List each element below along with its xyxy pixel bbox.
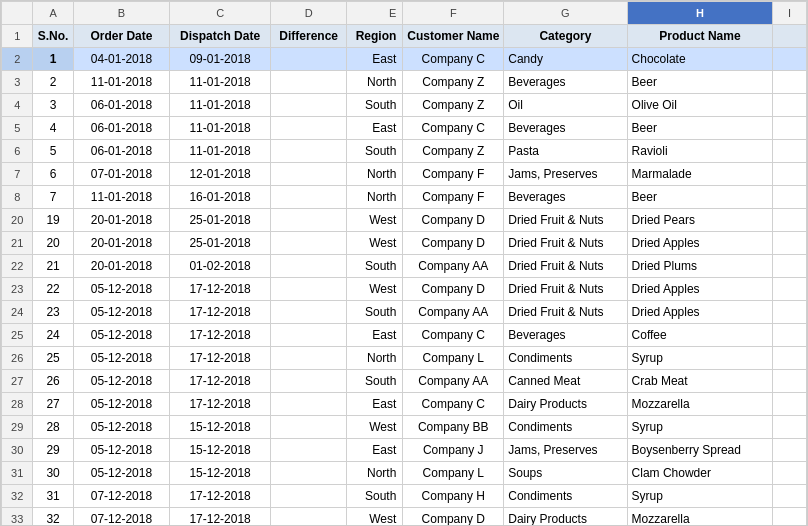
cell-order-date[interactable]: 04-01-2018 [73,48,169,71]
row-num[interactable]: 4 [2,94,33,117]
row-num[interactable]: 27 [2,370,33,393]
cell-dispatch-date[interactable]: 17-12-2018 [170,370,271,393]
cell-sno[interactable]: 20 [33,232,73,255]
row-num[interactable]: 8 [2,186,33,209]
cell-customer-name[interactable]: Company D [403,209,504,232]
col-header-c[interactable]: C [170,2,271,25]
table-row[interactable]: 232205-12-201817-12-2018WestCompany DDri… [2,278,807,301]
cell-difference[interactable] [271,301,347,324]
cell-difference[interactable] [271,209,347,232]
cell-difference[interactable] [271,324,347,347]
table-row[interactable]: 252405-12-201817-12-2018EastCompany CBev… [2,324,807,347]
table-row[interactable]: 222120-01-201801-02-2018SouthCompany AAD… [2,255,807,278]
cell-dispatch-date[interactable]: 11-01-2018 [170,94,271,117]
cell-region[interactable]: East [347,393,403,416]
cell-sno[interactable]: 29 [33,439,73,462]
cell-order-date[interactable]: 20-01-2018 [73,209,169,232]
cell-customer-name[interactable]: Company AA [403,255,504,278]
cell-region[interactable]: South [347,140,403,163]
cell-difference[interactable] [271,370,347,393]
cell-dispatch-date[interactable]: 25-01-2018 [170,232,271,255]
row-num[interactable]: 33 [2,508,33,527]
cell-order-date[interactable]: 06-01-2018 [73,140,169,163]
cell-region[interactable]: South [347,485,403,508]
cell-empty[interactable] [773,439,807,462]
cell-region[interactable]: West [347,209,403,232]
cell-order-date[interactable]: 05-12-2018 [73,324,169,347]
cell-sno[interactable]: 7 [33,186,73,209]
cell-customer-name[interactable]: Company C [403,393,504,416]
cell-sno[interactable]: 2 [33,71,73,94]
cell-empty[interactable] [773,324,807,347]
cell-dispatch-date[interactable]: 11-01-2018 [170,117,271,140]
cell-customer-name[interactable]: Company D [403,232,504,255]
cell-customer-name[interactable]: Company C [403,48,504,71]
cell-empty[interactable] [773,255,807,278]
cell-order-date[interactable]: 05-12-2018 [73,439,169,462]
cell-difference[interactable] [271,485,347,508]
cell-difference[interactable] [271,232,347,255]
cell-category[interactable]: Pasta [504,140,627,163]
cell-region[interactable]: South [347,370,403,393]
cell-product-name[interactable]: Dried Pears [627,209,773,232]
cell-product-name[interactable]: Olive Oil [627,94,773,117]
cell-dispatch-date[interactable]: 11-01-2018 [170,71,271,94]
cell-customer-name[interactable]: Company D [403,278,504,301]
cell-difference[interactable] [271,94,347,117]
cell-difference[interactable] [271,71,347,94]
row-num[interactable]: 20 [2,209,33,232]
cell-customer-name[interactable]: Company L [403,347,504,370]
cell-empty[interactable] [773,117,807,140]
cell-empty[interactable] [773,140,807,163]
cell-empty[interactable] [773,209,807,232]
cell-category[interactable]: Beverages [504,117,627,140]
cell-empty[interactable] [773,71,807,94]
table-row[interactable]: 242305-12-201817-12-2018SouthCompany AAD… [2,301,807,324]
cell-dispatch-date[interactable]: 09-01-2018 [170,48,271,71]
cell-difference[interactable] [271,186,347,209]
cell-order-date[interactable]: 07-12-2018 [73,485,169,508]
cell-region[interactable]: North [347,163,403,186]
cell-difference[interactable] [271,508,347,527]
cell-order-date[interactable]: 20-01-2018 [73,255,169,278]
cell-region[interactable]: East [347,324,403,347]
cell-sno[interactable]: 5 [33,140,73,163]
cell-product-name[interactable]: Marmalade [627,163,773,186]
cell-empty[interactable] [773,485,807,508]
cell-product-name[interactable]: Mozzarella [627,508,773,527]
cell-region[interactable]: South [347,94,403,117]
table-row[interactable]: 8711-01-201816-01-2018NorthCompany FBeve… [2,186,807,209]
cell-region[interactable]: North [347,347,403,370]
cell-difference[interactable] [271,347,347,370]
cell-customer-name[interactable]: Company F [403,163,504,186]
cell-empty[interactable] [773,186,807,209]
cell-order-date[interactable]: 05-12-2018 [73,462,169,485]
cell-difference[interactable] [271,278,347,301]
cell-region[interactable]: East [347,48,403,71]
cell-category[interactable]: Dried Fruit & Nuts [504,209,627,232]
cell-category[interactable]: Condiments [504,416,627,439]
cell-category[interactable]: Canned Meat [504,370,627,393]
row-num[interactable]: 2 [2,48,33,71]
cell-customer-name[interactable]: Company C [403,324,504,347]
cell-sno[interactable]: 27 [33,393,73,416]
cell-order-date[interactable]: 11-01-2018 [73,186,169,209]
col-header-g[interactable]: G [504,2,627,25]
cell-empty[interactable] [773,278,807,301]
cell-dispatch-date[interactable]: 16-01-2018 [170,186,271,209]
cell-product-name[interactable]: Beer [627,117,773,140]
cell-empty[interactable] [773,94,807,117]
cell-category[interactable]: Oil [504,94,627,117]
table-row[interactable]: 6506-01-201811-01-2018SouthCompany ZPast… [2,140,807,163]
cell-product-name[interactable]: Syrup [627,485,773,508]
cell-dispatch-date[interactable]: 17-12-2018 [170,485,271,508]
cell-sno[interactable]: 30 [33,462,73,485]
table-row[interactable]: 333207-12-201817-12-2018WestCompany DDai… [2,508,807,527]
cell-order-date[interactable]: 11-01-2018 [73,71,169,94]
row-num[interactable]: 32 [2,485,33,508]
table-row[interactable]: 302905-12-201815-12-2018EastCompany JJam… [2,439,807,462]
cell-category[interactable]: Dried Fruit & Nuts [504,278,627,301]
cell-dispatch-date[interactable]: 17-12-2018 [170,301,271,324]
cell-dispatch-date[interactable]: 17-12-2018 [170,347,271,370]
col-header-f[interactable]: F [403,2,504,25]
